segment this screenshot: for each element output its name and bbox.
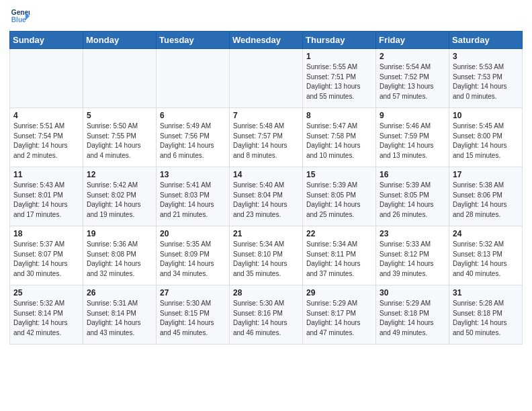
calendar-cell: 16Sunrise: 5:39 AM Sunset: 8:05 PM Dayli…: [376, 167, 449, 226]
day-number: 8: [306, 111, 372, 120]
calendar-cell: 29Sunrise: 5:29 AM Sunset: 8:17 PM Dayli…: [303, 285, 376, 345]
calendar-cell: 18Sunrise: 5:37 AM Sunset: 8:07 PM Dayli…: [10, 226, 83, 285]
calendar-cell: 11Sunrise: 5:43 AM Sunset: 8:01 PM Dayli…: [10, 167, 83, 226]
weekday-header-friday: Friday: [376, 32, 449, 49]
day-info: Sunrise: 5:46 AM Sunset: 7:59 PM Dayligh…: [380, 122, 445, 161]
calendar-cell: 19Sunrise: 5:36 AM Sunset: 8:08 PM Dayli…: [83, 226, 157, 285]
day-number: 10: [453, 111, 519, 120]
calendar-cell: 17Sunrise: 5:38 AM Sunset: 8:06 PM Dayli…: [449, 167, 523, 226]
day-info: Sunrise: 5:36 AM Sunset: 8:08 PM Dayligh…: [87, 240, 152, 279]
day-info: Sunrise: 5:41 AM Sunset: 8:03 PM Dayligh…: [160, 181, 226, 220]
calendar-cell: 27Sunrise: 5:30 AM Sunset: 8:15 PM Dayli…: [157, 285, 230, 345]
calendar-cell: 9Sunrise: 5:46 AM Sunset: 7:59 PM Daylig…: [376, 108, 449, 167]
calendar-cell: 22Sunrise: 5:34 AM Sunset: 8:11 PM Dayli…: [303, 226, 376, 285]
day-number: 14: [233, 170, 299, 179]
day-number: 9: [380, 111, 445, 120]
weekday-header-saturday: Saturday: [449, 32, 523, 49]
calendar-cell: [10, 49, 83, 108]
calendar-week-3: 11Sunrise: 5:43 AM Sunset: 8:01 PM Dayli…: [10, 167, 523, 226]
day-info: Sunrise: 5:32 AM Sunset: 8:14 PM Dayligh…: [13, 299, 79, 338]
day-info: Sunrise: 5:34 AM Sunset: 8:11 PM Dayligh…: [306, 240, 372, 279]
calendar-cell: 31Sunrise: 5:28 AM Sunset: 8:18 PM Dayli…: [449, 285, 523, 345]
calendar-cell: 1Sunrise: 5:55 AM Sunset: 7:51 PM Daylig…: [303, 49, 376, 108]
calendar-cell: 15Sunrise: 5:39 AM Sunset: 8:05 PM Dayli…: [303, 167, 376, 226]
day-number: 23: [380, 229, 445, 238]
calendar-week-1: 1Sunrise: 5:55 AM Sunset: 7:51 PM Daylig…: [10, 49, 523, 108]
day-number: 21: [233, 229, 299, 238]
header: General Blue: [9, 7, 523, 28]
day-number: 24: [453, 229, 519, 238]
day-number: 25: [13, 288, 79, 298]
calendar-cell: [157, 49, 230, 108]
day-info: Sunrise: 5:30 AM Sunset: 8:16 PM Dayligh…: [233, 299, 299, 338]
calendar-cell: 21Sunrise: 5:34 AM Sunset: 8:10 PM Dayli…: [230, 226, 303, 285]
day-info: Sunrise: 5:53 AM Sunset: 7:53 PM Dayligh…: [453, 62, 519, 101]
day-number: 19: [87, 229, 152, 238]
calendar-cell: [83, 49, 157, 108]
day-info: Sunrise: 5:42 AM Sunset: 8:02 PM Dayligh…: [87, 181, 152, 220]
calendar-cell: 28Sunrise: 5:30 AM Sunset: 8:16 PM Dayli…: [230, 285, 303, 345]
day-number: 26: [87, 288, 152, 298]
calendar-cell: 12Sunrise: 5:42 AM Sunset: 8:02 PM Dayli…: [83, 167, 157, 226]
calendar-cell: 26Sunrise: 5:31 AM Sunset: 8:14 PM Dayli…: [83, 285, 157, 345]
calendar-cell: 20Sunrise: 5:35 AM Sunset: 8:09 PM Dayli…: [157, 226, 230, 285]
day-number: 31: [453, 288, 519, 298]
day-info: Sunrise: 5:51 AM Sunset: 7:54 PM Dayligh…: [13, 122, 79, 161]
calendar-cell: 7Sunrise: 5:48 AM Sunset: 7:57 PM Daylig…: [230, 108, 303, 167]
day-number: 18: [13, 229, 79, 238]
day-number: 16: [380, 170, 445, 179]
calendar-week-2: 4Sunrise: 5:51 AM Sunset: 7:54 PM Daylig…: [10, 108, 523, 167]
calendar-cell: 24Sunrise: 5:32 AM Sunset: 8:13 PM Dayli…: [449, 226, 523, 285]
calendar-cell: 30Sunrise: 5:29 AM Sunset: 8:18 PM Dayli…: [376, 285, 449, 345]
logo: General Blue: [9, 7, 30, 28]
day-info: Sunrise: 5:37 AM Sunset: 8:07 PM Dayligh…: [13, 240, 79, 279]
day-number: 29: [306, 288, 372, 298]
day-number: 17: [453, 170, 519, 179]
day-number: 2: [380, 52, 445, 61]
calendar-week-5: 25Sunrise: 5:32 AM Sunset: 8:14 PM Dayli…: [10, 285, 523, 345]
calendar-cell: 5Sunrise: 5:50 AM Sunset: 7:55 PM Daylig…: [83, 108, 157, 167]
day-number: 13: [160, 170, 226, 179]
day-number: 30: [380, 288, 445, 298]
day-number: 1: [306, 52, 372, 61]
calendar-cell: 13Sunrise: 5:41 AM Sunset: 8:03 PM Dayli…: [157, 167, 230, 226]
day-number: 20: [160, 229, 226, 238]
day-info: Sunrise: 5:34 AM Sunset: 8:10 PM Dayligh…: [233, 240, 299, 279]
day-info: Sunrise: 5:29 AM Sunset: 8:18 PM Dayligh…: [380, 299, 445, 338]
calendar-cell: 25Sunrise: 5:32 AM Sunset: 8:14 PM Dayli…: [10, 285, 83, 345]
day-info: Sunrise: 5:47 AM Sunset: 7:58 PM Dayligh…: [306, 122, 372, 161]
calendar-cell: 6Sunrise: 5:49 AM Sunset: 7:56 PM Daylig…: [157, 108, 230, 167]
day-info: Sunrise: 5:48 AM Sunset: 7:57 PM Dayligh…: [233, 122, 299, 161]
page-container: General Blue SundayMondayTuesdayWednesda…: [0, 0, 532, 351]
day-number: 12: [87, 170, 152, 179]
day-info: Sunrise: 5:50 AM Sunset: 7:55 PM Dayligh…: [87, 122, 152, 161]
day-number: 6: [160, 111, 226, 120]
day-number: 27: [160, 288, 226, 298]
day-number: 7: [233, 111, 299, 120]
day-info: Sunrise: 5:35 AM Sunset: 8:09 PM Dayligh…: [160, 240, 226, 279]
day-info: Sunrise: 5:43 AM Sunset: 8:01 PM Dayligh…: [13, 181, 79, 220]
day-info: Sunrise: 5:55 AM Sunset: 7:51 PM Dayligh…: [306, 62, 372, 101]
weekday-header-wednesday: Wednesday: [230, 32, 303, 49]
day-info: Sunrise: 5:28 AM Sunset: 8:18 PM Dayligh…: [453, 299, 519, 338]
logo-icon: General Blue: [11, 7, 30, 26]
day-number: 22: [306, 229, 372, 238]
day-info: Sunrise: 5:38 AM Sunset: 8:06 PM Dayligh…: [453, 181, 519, 220]
weekday-header-row: SundayMondayTuesdayWednesdayThursdayFrid…: [10, 32, 523, 49]
day-number: 28: [233, 288, 299, 298]
calendar-cell: 14Sunrise: 5:40 AM Sunset: 8:04 PM Dayli…: [230, 167, 303, 226]
day-info: Sunrise: 5:33 AM Sunset: 8:12 PM Dayligh…: [380, 240, 445, 279]
weekday-header-thursday: Thursday: [303, 32, 376, 49]
calendar-table: SundayMondayTuesdayWednesdayThursdayFrid…: [9, 31, 523, 345]
weekday-header-tuesday: Tuesday: [157, 32, 230, 49]
day-info: Sunrise: 5:32 AM Sunset: 8:13 PM Dayligh…: [453, 240, 519, 279]
day-number: 15: [306, 170, 372, 179]
day-number: 11: [13, 170, 79, 179]
day-info: Sunrise: 5:39 AM Sunset: 8:05 PM Dayligh…: [380, 181, 445, 220]
day-info: Sunrise: 5:39 AM Sunset: 8:05 PM Dayligh…: [306, 181, 372, 220]
calendar-cell: 3Sunrise: 5:53 AM Sunset: 7:53 PM Daylig…: [449, 49, 523, 108]
svg-text:Blue: Blue: [11, 16, 26, 24]
weekday-header-monday: Monday: [83, 32, 157, 49]
calendar-cell: 23Sunrise: 5:33 AM Sunset: 8:12 PM Dayli…: [376, 226, 449, 285]
day-number: 4: [13, 111, 79, 120]
